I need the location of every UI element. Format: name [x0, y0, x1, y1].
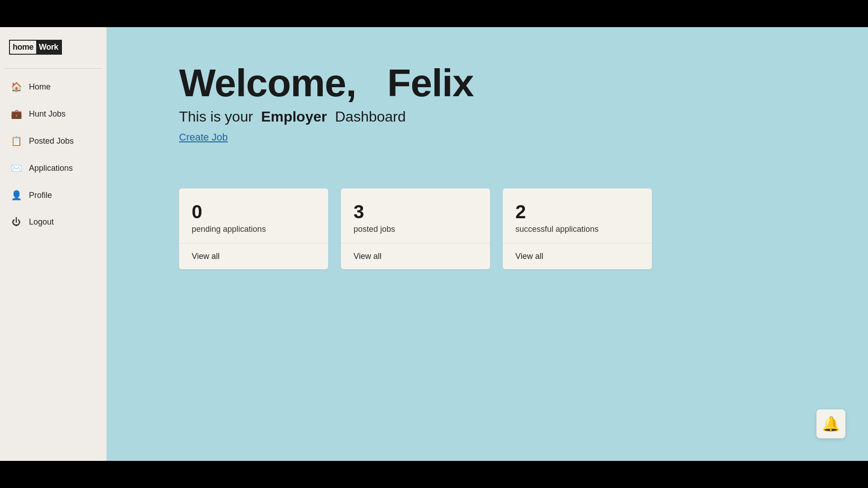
sidebar-item-home[interactable]: 🏠 Home — [0, 73, 106, 100]
logout-icon: ⏻ — [11, 217, 22, 227]
logo-area: home Work — [0, 27, 106, 64]
subtitle-prefix: This is your — [179, 108, 253, 125]
card-posted-jobs: 3 posted jobs View all — [341, 188, 490, 269]
create-job-link[interactable]: Create Job — [179, 131, 228, 143]
sidebar-item-posted-jobs[interactable]: 📋 Posted Jobs — [0, 127, 106, 155]
main-content: Welcome, Felix This is your Employer Das… — [107, 27, 868, 461]
cards-row: 0 pending applications View all 3 posted… — [179, 188, 814, 269]
top-bar — [0, 0, 868, 27]
sidebar-label-posted-jobs: Posted Jobs — [29, 136, 74, 146]
card-count-pending: 0 — [192, 201, 316, 223]
sidebar-label-home: Home — [29, 82, 51, 92]
card-top-successful: 2 successful applications — [503, 188, 652, 244]
sidebar-item-logout[interactable]: ⏻ Logout — [0, 209, 106, 235]
notification-bell[interactable]: 🔔 — [816, 409, 845, 438]
card-successful-applications: 2 successful applications View all — [503, 188, 652, 269]
bottom-bar — [0, 461, 868, 488]
logo-work: Work — [36, 41, 61, 54]
view-all-posted[interactable]: View all — [354, 252, 382, 261]
sidebar-label-profile: Profile — [29, 191, 52, 200]
subtitle-bold: Employer — [261, 108, 327, 125]
hunt-jobs-icon: 💼 — [11, 108, 22, 119]
subtitle: This is your Employer Dashboard — [179, 108, 814, 125]
card-footer-posted[interactable]: View all — [341, 244, 490, 269]
welcome-prefix: Welcome, — [179, 61, 356, 104]
sidebar-divider — [5, 68, 102, 69]
card-count-posted: 3 — [354, 201, 477, 223]
logo-home: home — [10, 41, 36, 54]
card-top-posted: 3 posted jobs — [341, 188, 490, 244]
view-all-successful[interactable]: View all — [515, 252, 543, 261]
sidebar-label-applications: Applications — [29, 164, 73, 173]
card-label-posted: posted jobs — [354, 225, 395, 234]
logo[interactable]: home Work — [9, 40, 62, 55]
sidebar-item-hunt-jobs[interactable]: 💼 Hunt Jobs — [0, 100, 106, 127]
sidebar-label-logout: Logout — [29, 217, 54, 227]
sidebar-label-hunt-jobs: Hunt Jobs — [29, 109, 66, 119]
sidebar: home Work 🏠 Home 💼 Hunt Jobs 📋 Posted Jo… — [0, 27, 107, 461]
subtitle-suffix: Dashboard — [335, 108, 406, 125]
profile-icon: 👤 — [11, 190, 22, 201]
user-name: Felix — [387, 61, 474, 104]
sidebar-item-applications[interactable]: ✉️ Applications — [0, 155, 106, 182]
sidebar-nav: 🏠 Home 💼 Hunt Jobs 📋 Posted Jobs ✉️ Appl… — [0, 73, 106, 235]
applications-icon: ✉️ — [11, 163, 22, 174]
home-icon: 🏠 — [11, 81, 22, 92]
view-all-pending[interactable]: View all — [192, 252, 220, 261]
bell-icon: 🔔 — [822, 415, 840, 432]
card-footer-pending[interactable]: View all — [179, 244, 328, 269]
posted-jobs-icon: 📋 — [11, 136, 22, 146]
card-footer-successful[interactable]: View all — [503, 244, 652, 269]
card-label-pending: pending applications — [192, 225, 266, 234]
card-label-successful: successful applications — [515, 225, 599, 234]
card-pending-applications: 0 pending applications View all — [179, 188, 328, 269]
welcome-heading: Welcome, Felix — [179, 63, 814, 102]
card-count-successful: 2 — [515, 201, 639, 223]
card-top-pending: 0 pending applications — [179, 188, 328, 244]
sidebar-item-profile[interactable]: 👤 Profile — [0, 182, 106, 209]
